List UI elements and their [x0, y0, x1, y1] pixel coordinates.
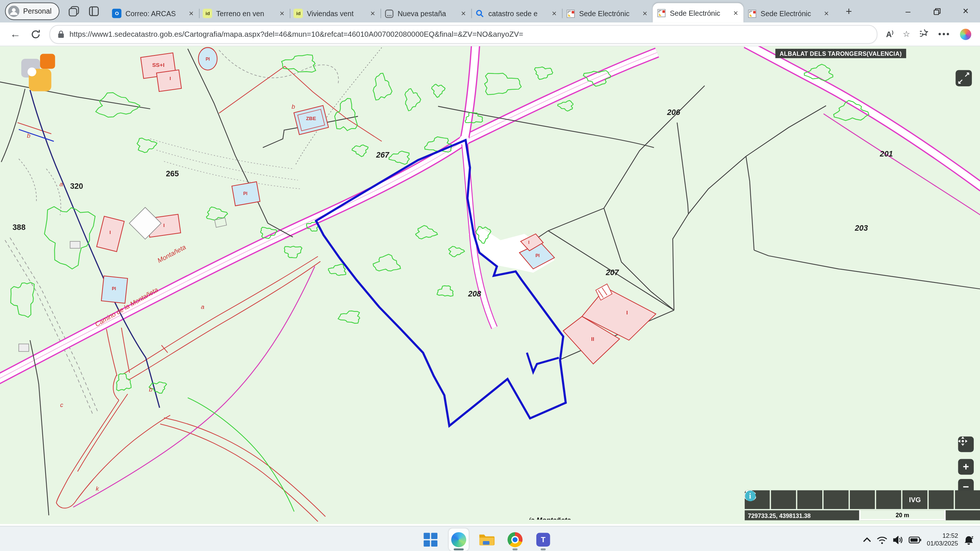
ivg-button[interactable]: IVG	[902, 491, 928, 509]
favorites-hub-icon[interactable]	[920, 28, 929, 40]
parcel-label: 206	[667, 108, 681, 117]
taskbar-clock[interactable]: 12:52 01/03/2025	[927, 532, 958, 548]
taskbar-edge-icon[interactable]	[449, 529, 469, 551]
building-label: PI	[206, 57, 210, 62]
map-canvas[interactable]: 206201203207208267265320388abbabckSS+IIP…	[0, 46, 980, 526]
browser-tab[interactable]: idViviendas vent×	[290, 5, 381, 22]
cadastral-map[interactable]: 206201203207208267265320388abbabckSS+IIP…	[0, 46, 980, 526]
building-label: ZBE	[306, 116, 316, 121]
search-button[interactable]	[771, 491, 796, 509]
tray-chevron-up-icon[interactable]	[863, 537, 871, 542]
browser-tab[interactable]: OCorreo: ARCAS×	[108, 5, 199, 22]
tab-separator	[199, 9, 200, 18]
tab-close-icon[interactable]: ×	[278, 10, 286, 17]
catastro-favicon-icon	[657, 8, 667, 17]
idealista-favicon-icon: id	[294, 9, 303, 18]
tab-separator	[381, 9, 382, 18]
parcel-label: 203	[855, 224, 868, 232]
volume-icon[interactable]	[893, 535, 903, 544]
tab-title: Viviendas vent	[307, 10, 369, 17]
tab-bar: Personal OCorreo: ARCAS×idTerreno en ven…	[0, 0, 980, 22]
model-3d-button[interactable]	[929, 491, 953, 509]
zoom-in-button[interactable]: +	[958, 459, 974, 475]
measure-distance-button[interactable]	[823, 491, 848, 509]
wifi-icon[interactable]	[877, 535, 888, 544]
building-label: PI	[536, 253, 539, 258]
clipped-road-label: ía Montañeta	[529, 516, 571, 520]
tab-close-icon[interactable]: ×	[822, 10, 831, 17]
taskbar-chrome-icon[interactable]	[505, 529, 525, 551]
print-button[interactable]	[850, 491, 875, 509]
tab-separator	[290, 9, 291, 18]
building-label: I	[169, 76, 171, 81]
browser-tab[interactable]: idTerreno en ven×	[199, 5, 290, 22]
lock-icon	[58, 30, 65, 38]
scale-indicator: 20 m	[859, 510, 945, 520]
tab-close-icon[interactable]: ×	[550, 10, 558, 17]
tab-separator	[472, 9, 473, 18]
catastro-logo-icon	[21, 52, 65, 96]
svg-text:z: z	[971, 535, 974, 540]
parcel-label: 265	[166, 169, 179, 178]
taskbar-file-explorer-icon[interactable]	[477, 529, 496, 551]
back-button[interactable]: ←	[10, 28, 21, 40]
close-button[interactable]: ×	[951, 0, 980, 22]
municipality-label: ALBALAT DELS TARONGERS(VALENCIA)	[775, 49, 906, 59]
browser-tab[interactable]: Sede Electrónic×	[562, 5, 653, 22]
tab-close-icon[interactable]: ×	[459, 10, 468, 17]
tab-strip: OCorreo: ARCAS×idTerreno en ven×idVivien…	[108, 0, 834, 22]
favorite-star-icon[interactable]: ☆	[903, 29, 910, 39]
letter-label: c	[60, 402, 63, 408]
outlook-favicon-icon: O	[112, 9, 122, 18]
clock-time: 12:52	[927, 532, 958, 540]
fullscreen-button[interactable]: ↗↙	[956, 70, 972, 86]
battery-icon[interactable]	[909, 536, 921, 543]
tab-close-icon[interactable]: ×	[368, 10, 377, 17]
building-label: I	[528, 240, 529, 245]
profile-button[interactable]: Personal	[5, 3, 60, 20]
building-label: SS+I	[152, 62, 165, 68]
streetview-pin-button[interactable]: P	[876, 491, 901, 509]
taskbar-teams-icon[interactable]: T	[533, 529, 553, 551]
svg-text:i: i	[749, 492, 751, 500]
letter-label: a	[60, 181, 63, 188]
read-aloud-icon[interactable]: A)	[886, 29, 894, 39]
tab-title: Sede Electrónic	[670, 9, 732, 16]
layers-button[interactable]	[797, 491, 822, 509]
more-options-icon[interactable]: •••	[939, 29, 951, 39]
profile-label: Personal	[23, 7, 51, 15]
browser-tab[interactable]: Sede Electrónic×	[653, 3, 744, 23]
refresh-button[interactable]	[30, 29, 40, 39]
maximize-button[interactable]	[922, 0, 951, 22]
tab-title: Sede Electrónic	[579, 10, 641, 17]
avatar	[8, 5, 19, 17]
clock-date: 01/03/2025	[927, 540, 958, 547]
tab-title: Terreno en ven	[216, 10, 278, 17]
address-bar[interactable]: https://www1.sedecatastro.gob.es/Cartogr…	[49, 25, 877, 43]
navigation-bar: ← https://www1.sedecatastro.gob.es/Carto…	[0, 22, 980, 46]
building-label: II	[591, 336, 594, 342]
minimize-button[interactable]: –	[894, 0, 922, 22]
workspaces-icon[interactable]	[68, 5, 80, 17]
tab-close-icon[interactable]: ×	[187, 10, 196, 17]
tab-close-icon[interactable]: ×	[732, 9, 740, 17]
map-toolbar: P IVG i 729733.25, 4398131.38 20 m	[745, 491, 980, 521]
tab-close-icon[interactable]: ×	[641, 10, 649, 17]
cursor-coordinates: 729733.25, 4398131.38	[745, 510, 859, 520]
building-label: I	[626, 309, 628, 316]
browser-tab[interactable]: catastro sede e×	[472, 5, 562, 22]
browser-tab[interactable]: Nueva pestaña×	[381, 5, 472, 22]
start-button[interactable]	[420, 529, 441, 551]
vertical-tabs-icon[interactable]	[89, 5, 100, 17]
info-button[interactable]: i	[955, 491, 980, 509]
copilot-icon[interactable]	[960, 28, 972, 40]
pan-mode-button[interactable]	[958, 437, 974, 452]
browser-tab[interactable]: Sede Electrónic×	[744, 5, 834, 22]
notification-bell-icon[interactable]: z	[964, 535, 975, 545]
new-tab-button[interactable]: +	[842, 6, 855, 16]
tab-title: catastro sede e	[488, 10, 550, 17]
idealista-favicon-icon: id	[203, 9, 212, 18]
nav-actions: A) ☆ •••	[886, 28, 972, 40]
letter-label: b	[149, 386, 152, 393]
url-text: https://www1.sedecatastro.gob.es/Cartogr…	[70, 30, 523, 38]
